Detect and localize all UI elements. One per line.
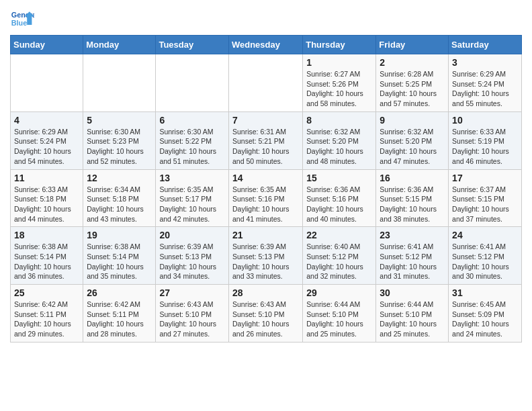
day-number: 20 bbox=[159, 230, 225, 240]
calendar-week-row: 11Sunrise: 6:33 AMSunset: 5:18 PMDayligh… bbox=[11, 169, 522, 227]
day-number: 19 bbox=[87, 230, 152, 240]
logo: General Blue bbox=[10, 7, 37, 31]
day-info: Sunrise: 6:42 AMSunset: 5:11 PMDaylight:… bbox=[14, 300, 79, 339]
day-info: Sunrise: 6:30 AMSunset: 5:23 PMDaylight:… bbox=[87, 127, 152, 167]
header-monday: Monday bbox=[83, 36, 156, 54]
day-info: Sunrise: 6:38 AMSunset: 5:14 PMDaylight:… bbox=[87, 242, 152, 281]
calendar-cell: 6Sunrise: 6:30 AMSunset: 5:22 PMDaylight… bbox=[156, 111, 229, 169]
day-info: Sunrise: 6:33 AMSunset: 5:19 PMDaylight:… bbox=[452, 127, 518, 167]
calendar-cell: 20Sunrise: 6:39 AMSunset: 5:13 PMDayligh… bbox=[156, 227, 229, 285]
day-number: 25 bbox=[14, 287, 79, 298]
calendar-cell: 21Sunrise: 6:39 AMSunset: 5:13 PMDayligh… bbox=[228, 227, 302, 285]
calendar-cell: 4Sunrise: 6:29 AMSunset: 5:24 PMDaylight… bbox=[11, 111, 83, 169]
day-info: Sunrise: 6:41 AMSunset: 5:12 PMDaylight:… bbox=[380, 242, 445, 281]
calendar-cell: 26Sunrise: 6:42 AMSunset: 5:11 PMDayligh… bbox=[83, 285, 156, 342]
calendar-cell: 14Sunrise: 6:35 AMSunset: 5:16 PMDayligh… bbox=[228, 169, 302, 227]
calendar-cell: 22Sunrise: 6:40 AMSunset: 5:12 PMDayligh… bbox=[303, 227, 376, 285]
calendar-cell: 8Sunrise: 6:32 AMSunset: 5:20 PMDaylight… bbox=[303, 111, 376, 169]
day-number: 9 bbox=[380, 115, 445, 126]
day-number: 14 bbox=[232, 173, 299, 183]
day-number: 29 bbox=[306, 287, 372, 298]
calendar-week-row: 18Sunrise: 6:38 AMSunset: 5:14 PMDayligh… bbox=[11, 227, 522, 285]
calendar-cell: 12Sunrise: 6:34 AMSunset: 5:18 PMDayligh… bbox=[83, 169, 156, 227]
calendar-cell: 27Sunrise: 6:43 AMSunset: 5:10 PMDayligh… bbox=[156, 285, 229, 342]
day-info: Sunrise: 6:32 AMSunset: 5:20 PMDaylight:… bbox=[380, 127, 445, 167]
day-info: Sunrise: 6:42 AMSunset: 5:11 PMDaylight:… bbox=[87, 300, 152, 339]
calendar-cell: 7Sunrise: 6:31 AMSunset: 5:21 PMDaylight… bbox=[228, 111, 302, 169]
calendar-week-row: 4Sunrise: 6:29 AMSunset: 5:24 PMDaylight… bbox=[11, 111, 522, 169]
header-friday: Friday bbox=[376, 36, 449, 54]
day-number: 21 bbox=[232, 230, 299, 240]
day-info: Sunrise: 6:39 AMSunset: 5:13 PMDaylight:… bbox=[232, 242, 299, 281]
day-number: 11 bbox=[14, 173, 79, 183]
calendar-cell: 1Sunrise: 6:27 AMSunset: 5:26 PMDaylight… bbox=[303, 54, 376, 112]
day-info: Sunrise: 6:37 AMSunset: 5:15 PMDaylight:… bbox=[452, 185, 518, 224]
logo-icon: General Blue bbox=[10, 7, 34, 31]
day-info: Sunrise: 6:35 AMSunset: 5:17 PMDaylight:… bbox=[159, 185, 225, 224]
day-number: 27 bbox=[159, 287, 225, 298]
day-info: Sunrise: 6:43 AMSunset: 5:10 PMDaylight:… bbox=[232, 300, 299, 339]
day-info: Sunrise: 6:33 AMSunset: 5:18 PMDaylight:… bbox=[14, 185, 79, 224]
calendar-cell: 30Sunrise: 6:44 AMSunset: 5:10 PMDayligh… bbox=[376, 285, 449, 342]
day-info: Sunrise: 6:34 AMSunset: 5:18 PMDaylight:… bbox=[87, 185, 152, 224]
day-number: 30 bbox=[380, 287, 445, 298]
day-number: 16 bbox=[380, 173, 445, 183]
calendar-cell: 19Sunrise: 6:38 AMSunset: 5:14 PMDayligh… bbox=[83, 227, 156, 285]
day-info: Sunrise: 6:29 AMSunset: 5:24 PMDaylight:… bbox=[14, 127, 79, 167]
calendar-cell: 3Sunrise: 6:29 AMSunset: 5:24 PMDaylight… bbox=[449, 54, 522, 112]
calendar-cell: 29Sunrise: 6:44 AMSunset: 5:10 PMDayligh… bbox=[303, 285, 376, 342]
day-info: Sunrise: 6:28 AMSunset: 5:25 PMDaylight:… bbox=[380, 69, 445, 109]
day-info: Sunrise: 6:40 AMSunset: 5:12 PMDaylight:… bbox=[306, 242, 372, 281]
day-info: Sunrise: 6:36 AMSunset: 5:15 PMDaylight:… bbox=[380, 185, 445, 224]
day-number: 8 bbox=[306, 115, 372, 126]
day-info: Sunrise: 6:44 AMSunset: 5:10 PMDaylight:… bbox=[306, 300, 372, 339]
day-number: 13 bbox=[159, 173, 225, 183]
day-info: Sunrise: 6:29 AMSunset: 5:24 PMDaylight:… bbox=[452, 69, 518, 109]
calendar-cell: 23Sunrise: 6:41 AMSunset: 5:12 PMDayligh… bbox=[376, 227, 449, 285]
calendar-cell: 31Sunrise: 6:45 AMSunset: 5:09 PMDayligh… bbox=[449, 285, 522, 342]
day-info: Sunrise: 6:32 AMSunset: 5:20 PMDaylight:… bbox=[306, 127, 372, 167]
calendar-cell bbox=[11, 54, 83, 112]
day-info: Sunrise: 6:39 AMSunset: 5:13 PMDaylight:… bbox=[159, 242, 225, 281]
calendar-cell: 5Sunrise: 6:30 AMSunset: 5:23 PMDaylight… bbox=[83, 111, 156, 169]
calendar-cell bbox=[156, 54, 229, 112]
day-info: Sunrise: 6:27 AMSunset: 5:26 PMDaylight:… bbox=[306, 69, 372, 109]
day-info: Sunrise: 6:43 AMSunset: 5:10 PMDaylight:… bbox=[159, 300, 225, 339]
day-number: 3 bbox=[452, 57, 518, 68]
day-info: Sunrise: 6:30 AMSunset: 5:22 PMDaylight:… bbox=[159, 127, 225, 167]
calendar-cell: 13Sunrise: 6:35 AMSunset: 5:17 PMDayligh… bbox=[156, 169, 229, 227]
calendar-cell bbox=[83, 54, 156, 112]
day-info: Sunrise: 6:45 AMSunset: 5:09 PMDaylight:… bbox=[452, 300, 518, 339]
calendar-cell: 25Sunrise: 6:42 AMSunset: 5:11 PMDayligh… bbox=[11, 285, 83, 342]
day-number: 28 bbox=[232, 287, 299, 298]
calendar-cell: 17Sunrise: 6:37 AMSunset: 5:15 PMDayligh… bbox=[449, 169, 522, 227]
calendar-week-row: 1Sunrise: 6:27 AMSunset: 5:26 PMDaylight… bbox=[11, 54, 522, 112]
day-number: 7 bbox=[232, 115, 299, 126]
calendar-cell: 28Sunrise: 6:43 AMSunset: 5:10 PMDayligh… bbox=[228, 285, 302, 342]
header-wednesday: Wednesday bbox=[228, 36, 302, 54]
calendar-cell bbox=[228, 54, 302, 112]
calendar-cell: 18Sunrise: 6:38 AMSunset: 5:14 PMDayligh… bbox=[11, 227, 83, 285]
calendar-header-row: SundayMondayTuesdayWednesdayThursdayFrid… bbox=[11, 36, 522, 54]
day-number: 26 bbox=[87, 287, 152, 298]
day-number: 2 bbox=[380, 57, 445, 68]
page-header: General Blue bbox=[10, 7, 522, 31]
header-tuesday: Tuesday bbox=[156, 36, 229, 54]
day-info: Sunrise: 6:38 AMSunset: 5:14 PMDaylight:… bbox=[14, 242, 79, 281]
day-info: Sunrise: 6:31 AMSunset: 5:21 PMDaylight:… bbox=[232, 127, 299, 167]
day-info: Sunrise: 6:44 AMSunset: 5:10 PMDaylight:… bbox=[380, 300, 445, 339]
header-saturday: Saturday bbox=[449, 36, 522, 54]
day-info: Sunrise: 6:35 AMSunset: 5:16 PMDaylight:… bbox=[232, 185, 299, 224]
day-number: 18 bbox=[14, 230, 79, 240]
day-info: Sunrise: 6:41 AMSunset: 5:12 PMDaylight:… bbox=[452, 242, 518, 281]
calendar-cell: 11Sunrise: 6:33 AMSunset: 5:18 PMDayligh… bbox=[11, 169, 83, 227]
day-number: 5 bbox=[87, 115, 152, 126]
day-info: Sunrise: 6:36 AMSunset: 5:16 PMDaylight:… bbox=[306, 185, 372, 224]
day-number: 6 bbox=[159, 115, 225, 126]
day-number: 31 bbox=[452, 287, 518, 298]
day-number: 23 bbox=[380, 230, 445, 240]
calendar-cell: 16Sunrise: 6:36 AMSunset: 5:15 PMDayligh… bbox=[376, 169, 449, 227]
calendar-cell: 24Sunrise: 6:41 AMSunset: 5:12 PMDayligh… bbox=[449, 227, 522, 285]
day-number: 24 bbox=[452, 230, 518, 240]
calendar-cell: 15Sunrise: 6:36 AMSunset: 5:16 PMDayligh… bbox=[303, 169, 376, 227]
